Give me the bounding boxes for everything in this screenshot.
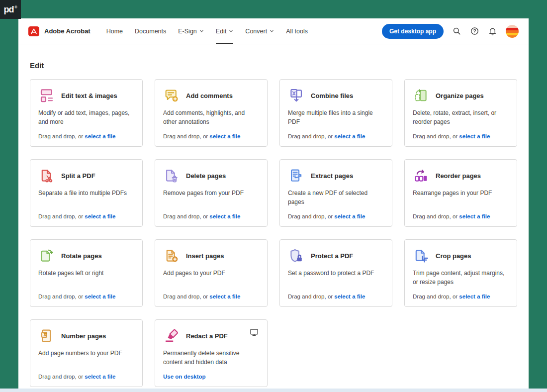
card-footer: Drag and drop, or select a file [38, 213, 134, 219]
notifications-bell-icon[interactable] [488, 26, 497, 36]
drag-drop-text: Drag and drop, or [38, 294, 85, 299]
select-a-file-link[interactable]: select a file [85, 133, 115, 139]
card-description: Trim page content, adjust margins, or re… [413, 269, 509, 287]
edit-text-images-icon [38, 87, 55, 104]
card-description: Modify or add text, images, pages, and m… [38, 108, 134, 126]
card-footer: Drag and drop, or select a file [163, 294, 259, 299]
get-desktop-app-button[interactable]: Get desktop app [382, 24, 444, 39]
card-description: Merge multiple files into a single PDF [288, 108, 384, 126]
card-footer: Drag and drop, or select a file [288, 213, 384, 219]
drag-drop-text: Drag and drop, or [288, 294, 334, 299]
desktop-background: pd® Adobe Acrobat Home Documents E-Sign … [0, 0, 547, 392]
card-protect-a-pdf[interactable]: Protect a PDF Set a password to protect … [279, 239, 392, 307]
crop-pages-icon [413, 247, 430, 264]
rotate-pages-icon [38, 247, 55, 264]
select-a-file-link[interactable]: select a file [334, 294, 365, 299]
card-add-comments[interactable]: Add comments Add comments, highlights, a… [155, 79, 268, 147]
select-a-file-link[interactable]: select a file [334, 213, 365, 219]
select-a-file-link[interactable]: select a file [85, 294, 115, 299]
card-reorder-pages[interactable]: Reorder pages Rearrange pages in your PD… [404, 159, 517, 227]
card-description: Add pages to your PDF [163, 269, 259, 278]
card-description: Create a new PDF of selected pages [288, 189, 384, 206]
card-insert-pages[interactable]: Insert pages Add pages to your PDF Drag … [155, 239, 268, 307]
card-description: Rearrange pages in your PDF [413, 189, 509, 197]
select-a-file-link[interactable]: select a file [85, 213, 115, 219]
select-a-file-link[interactable]: select a file [85, 374, 115, 380]
select-a-file-link[interactable]: select a file [459, 213, 490, 219]
protect-pdf-icon [288, 247, 305, 264]
header-actions: Get desktop app [382, 24, 519, 39]
card-number-pages[interactable]: # Number pages Add page numbers to your … [30, 319, 143, 387]
card-footer: Drag and drop, or select a file [413, 213, 509, 219]
combine-files-icon [288, 87, 305, 104]
registered-mark: ® [14, 5, 17, 9]
drag-drop-text: Drag and drop, or [38, 133, 85, 139]
card-title: Edit text & images [61, 92, 117, 99]
search-icon[interactable] [452, 26, 461, 36]
card-title: Organize pages [436, 92, 484, 99]
card-title: Redact a PDF [186, 332, 228, 340]
card-delete-pages[interactable]: Delete pages Remove pages from your PDF … [155, 159, 268, 227]
card-footer: Drag and drop, or select a file [288, 133, 384, 139]
card-edit-text-images[interactable]: Edit text & images Modify or add text, i… [30, 79, 143, 147]
card-crop-pages[interactable]: Crop pages Trim page content, adjust mar… [404, 239, 517, 307]
card-organize-pages[interactable]: Organize pages Delete, rotate, extract, … [404, 79, 517, 147]
insert-pages-icon [163, 247, 180, 264]
chevron-down-icon [229, 29, 233, 33]
nav-item-e-sign[interactable]: E-Sign [172, 18, 210, 44]
card-rotate-pages[interactable]: Rotate pages Rotate pages left or right … [30, 239, 143, 307]
drag-drop-text: Drag and drop, or [163, 133, 209, 139]
page-title: Edit [30, 61, 517, 70]
card-description: Remove pages from your PDF [163, 189, 259, 197]
svg-text:#: # [43, 331, 47, 338]
card-combine-files[interactable]: Combine files Merge multiple files into … [279, 79, 392, 147]
select-a-file-link[interactable]: select a file [209, 213, 240, 219]
chevron-down-icon [270, 29, 274, 33]
select-a-file-link[interactable]: select a file [459, 294, 490, 299]
nav-item-edit[interactable]: Edit [210, 18, 240, 44]
nav-item-all-tools[interactable]: All tools [280, 18, 314, 44]
pd-logo: pd® [0, 0, 21, 19]
reorder-pages-icon [413, 167, 430, 184]
card-split-a-pdf[interactable]: Split a PDF Separate a file into multipl… [30, 159, 143, 227]
tools-grid: Edit text & images Modify or add text, i… [30, 79, 517, 387]
bottom-strip [0, 389, 547, 392]
select-a-file-link[interactable]: select a file [459, 133, 490, 139]
card-title: Rotate pages [61, 252, 102, 260]
main-nav: Home Documents E-Sign Edit Convert All t… [100, 18, 314, 44]
help-icon[interactable] [470, 26, 479, 36]
card-title: Combine files [311, 92, 353, 99]
number-pages-icon: # [38, 327, 55, 344]
drag-drop-text: Drag and drop, or [163, 294, 209, 299]
select-a-file-link[interactable]: select a file [209, 294, 240, 299]
drag-drop-text: Drag and drop, or [38, 374, 85, 380]
card-redact-a-pdf[interactable]: Redact a PDF Permanently delete sensitiv… [155, 319, 268, 387]
card-description: Permanently delete sensitive content and… [163, 349, 259, 367]
avatar[interactable] [506, 25, 519, 38]
select-a-file-link[interactable]: select a file [209, 133, 240, 139]
card-title: Crop pages [436, 252, 471, 260]
card-title: Number pages [61, 332, 106, 340]
drag-drop-text: Drag and drop, or [38, 213, 85, 219]
use-on-desktop-link[interactable]: Use on desktop [163, 374, 206, 380]
delete-pages-icon [163, 167, 180, 184]
card-description: Rotate pages left or right [38, 269, 134, 278]
drag-drop-text: Drag and drop, or [413, 213, 459, 219]
card-footer: Drag and drop, or select a file [38, 133, 134, 139]
card-description: Add page numbers to your PDF [38, 349, 134, 358]
drag-drop-text: Drag and drop, or [163, 213, 209, 219]
nav-item-documents[interactable]: Documents [129, 18, 172, 44]
brand: Adobe Acrobat [28, 26, 91, 36]
card-title: Extract pages [311, 172, 353, 180]
top-navigation-bar: Adobe Acrobat Home Documents E-Sign Edit… [18, 18, 529, 44]
card-title: Insert pages [186, 252, 224, 260]
add-comments-icon [163, 87, 180, 104]
card-description: Add comments, highlights, and other anno… [163, 108, 259, 126]
card-extract-pages[interactable]: Extract pages Create a new PDF of select… [279, 159, 392, 227]
nav-item-convert[interactable]: Convert [239, 18, 280, 44]
nav-item-home[interactable]: Home [100, 18, 129, 44]
select-a-file-link[interactable]: select a file [334, 133, 365, 139]
card-title: Add comments [186, 92, 233, 99]
desktop-monitor-icon [249, 327, 259, 337]
acrobat-logo-icon [28, 26, 39, 36]
